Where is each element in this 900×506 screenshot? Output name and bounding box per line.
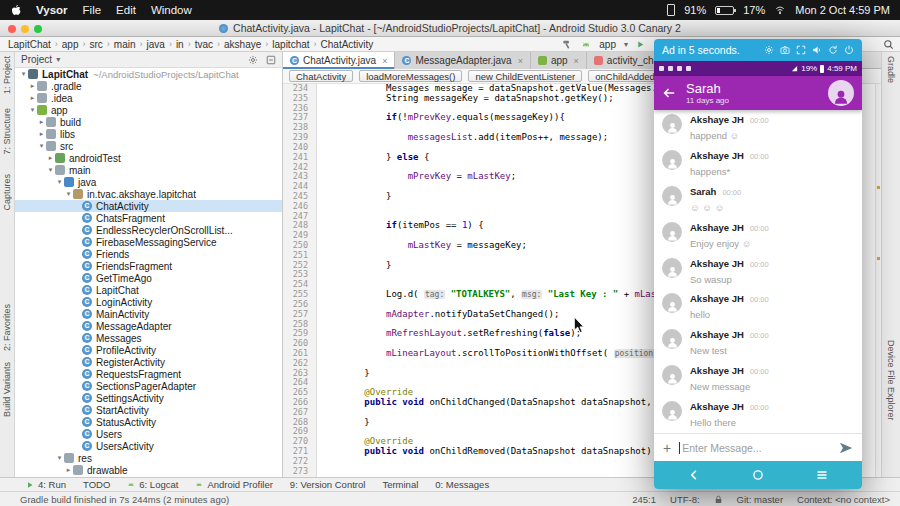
editor-breadcrumb-chip[interactable]: new ChildEventListener: [468, 70, 582, 82]
breadcrumb-item[interactable]: java: [147, 39, 165, 50]
editor-breadcrumb-chip[interactable]: loadMoreMessages(): [359, 70, 462, 82]
tree-item[interactable]: ▸build: [15, 116, 282, 128]
screenshot-icon[interactable]: [780, 45, 790, 55]
tree-item[interactable]: CFriends: [15, 248, 282, 260]
power-icon[interactable]: [844, 45, 854, 55]
breadcrumb-item[interactable]: src: [90, 39, 103, 50]
chat-message-row[interactable]: Akshaye JH00:00So wasup: [654, 254, 862, 290]
tree-item[interactable]: ▸.idea: [15, 92, 282, 104]
collapsed-arrow-icon[interactable]: ▸: [37, 130, 46, 138]
tool-window-button[interactable]: 9: Version Control: [290, 479, 366, 490]
tree-item[interactable]: ▾src: [15, 140, 282, 152]
tree-item[interactable]: ▸androidTest: [15, 152, 282, 164]
chat-message-row[interactable]: Akshaye JH00:00Enjoy enjoy ☺: [654, 218, 862, 254]
tool-window-button[interactable]: 4: Run: [26, 479, 66, 490]
expanded-arrow-icon[interactable]: ▾: [19, 70, 28, 78]
collapsed-arrow-icon[interactable]: ▸: [46, 154, 55, 162]
file-encoding[interactable]: UTF-8:: [670, 494, 700, 505]
expanded-arrow-icon[interactable]: ▾: [28, 106, 37, 114]
window-controls[interactable]: [8, 25, 42, 33]
tree-item[interactable]: ▾in.tvac.akshaye.lapitchat: [15, 188, 282, 200]
tool-window-button[interactable]: TODO: [83, 479, 110, 490]
tree-item[interactable]: ▾java: [15, 176, 282, 188]
error-stripe[interactable]: [875, 84, 881, 477]
chat-message-row[interactable]: Akshaye JH00:00hello: [654, 289, 862, 325]
close-icon[interactable]: ×: [382, 56, 387, 66]
collapsed-arrow-icon[interactable]: ▸: [37, 118, 46, 126]
rotate-icon[interactable]: [828, 45, 838, 55]
message-input[interactable]: Enter Message...: [679, 442, 831, 454]
tool-window-button[interactable]: 0: Messages: [435, 479, 489, 490]
active-app-name[interactable]: Vysor: [36, 4, 68, 16]
volume-icon[interactable]: [812, 45, 822, 55]
attach-button[interactable]: +: [663, 441, 671, 455]
tree-item[interactable]: CLoginActivity: [15, 296, 282, 308]
git-branch[interactable]: Git: master: [737, 494, 783, 505]
breadcrumb-item[interactable]: lapitchat: [272, 39, 309, 50]
run-config-selector[interactable]: app: [599, 39, 616, 50]
tree-item[interactable]: CSettingsActivity: [15, 392, 282, 404]
chat-message-row[interactable]: Sarah00:00☺ ☺ ☺: [654, 182, 862, 218]
chat-message-row[interactable]: Akshaye JH00:00New test: [654, 325, 862, 361]
tree-item[interactable]: CSectionsPagerAdapter: [15, 380, 282, 392]
collapsed-arrow-icon[interactable]: ▸: [28, 94, 37, 102]
tree-item[interactable]: CStartActivity: [15, 404, 282, 416]
editor-tab[interactable]: CChatActivity.java×: [283, 52, 395, 69]
editor-breadcrumb-chip[interactable]: ChatActivity: [289, 70, 353, 82]
tree-item[interactable]: CStatusActivity: [15, 416, 282, 428]
tree-item[interactable]: CChatsFragment: [15, 212, 282, 224]
tree-item[interactable]: ▸drawable: [15, 464, 282, 476]
breadcrumb-item[interactable]: akshaye: [224, 39, 261, 50]
context-indicator[interactable]: Context: <no context>: [797, 494, 890, 505]
tree-item[interactable]: CUsers: [15, 428, 282, 440]
gear-icon[interactable]: [764, 45, 774, 55]
run-button[interactable]: [636, 40, 645, 49]
tree-item[interactable]: CLapitChat: [15, 284, 282, 296]
breadcrumb-item[interactable]: tvac: [195, 39, 213, 50]
tree-item[interactable]: CChatActivity: [15, 200, 282, 212]
tree-item[interactable]: ▸.gradle: [15, 80, 282, 92]
expanded-arrow-icon[interactable]: ▾: [55, 454, 64, 462]
chat-message-row[interactable]: Akshaye JH00:00happens*: [654, 146, 862, 182]
tree-item[interactable]: CFirebaseMessagingService: [15, 236, 282, 248]
menu-edit[interactable]: Edit: [116, 4, 136, 16]
menu-file[interactable]: File: [83, 4, 102, 16]
breadcrumb-item[interactable]: in: [176, 39, 184, 50]
breadcrumb-item[interactable]: ChatActivity: [321, 39, 374, 50]
chevron-down-icon[interactable]: ▾: [56, 55, 60, 64]
gear-icon[interactable]: [248, 55, 258, 65]
build-icon[interactable]: [562, 39, 573, 50]
tree-item[interactable]: CEndlessRecyclerOnScrollList...: [15, 224, 282, 236]
tool-window-button[interactable]: 2: Favorites: [2, 304, 12, 351]
tool-window-button[interactable]: 7: Structure: [2, 108, 12, 155]
collapsed-arrow-icon[interactable]: ▸: [64, 466, 73, 474]
tool-window-button[interactable]: Build Variants: [2, 362, 12, 417]
apple-menu-icon[interactable]: [10, 4, 22, 17]
breadcrumb-item[interactable]: app: [62, 39, 79, 50]
menu-window[interactable]: Window: [151, 4, 192, 16]
tool-window-button[interactable]: 6: Logcat: [127, 479, 178, 490]
menu-bar-clock[interactable]: Mon 2 Oct 4:59 PM: [795, 4, 890, 16]
breadcrumb-item[interactable]: main: [114, 39, 136, 50]
close-icon[interactable]: ×: [574, 56, 579, 66]
tool-window-button[interactable]: Captures: [2, 174, 12, 211]
send-icon[interactable]: [839, 441, 853, 455]
expanded-arrow-icon[interactable]: ▾: [64, 190, 73, 198]
tree-item[interactable]: CMainActivity: [15, 308, 282, 320]
fullscreen-icon[interactable]: [796, 45, 806, 55]
status-message[interactable]: Gradle build finished in 7s 244ms (2 min…: [20, 494, 229, 505]
nav-home-icon[interactable]: [752, 469, 764, 481]
expanded-arrow-icon[interactable]: ▾: [37, 142, 46, 150]
message-list[interactable]: Akshaye JH00:00happend ☺Akshaye JH00:00h…: [654, 110, 862, 433]
editor-tab[interactable]: CMessageAdapter.java×: [395, 52, 530, 69]
tree-item[interactable]: ▸libs: [15, 128, 282, 140]
caret-position[interactable]: 245:1: [632, 494, 656, 505]
tree-item[interactable]: CRequestsFragment: [15, 368, 282, 380]
tree-item[interactable]: CRegisterActivity: [15, 356, 282, 368]
chat-message-row[interactable]: Akshaye JH00:00New message: [654, 361, 862, 397]
editor-tab[interactable]: app×: [531, 52, 587, 69]
wifi-icon[interactable]: [774, 5, 786, 15]
lock-icon[interactable]: [714, 495, 723, 504]
back-arrow-icon[interactable]: [662, 86, 676, 100]
chat-message-row[interactable]: Akshaye JH00:00happend ☺: [654, 110, 862, 146]
